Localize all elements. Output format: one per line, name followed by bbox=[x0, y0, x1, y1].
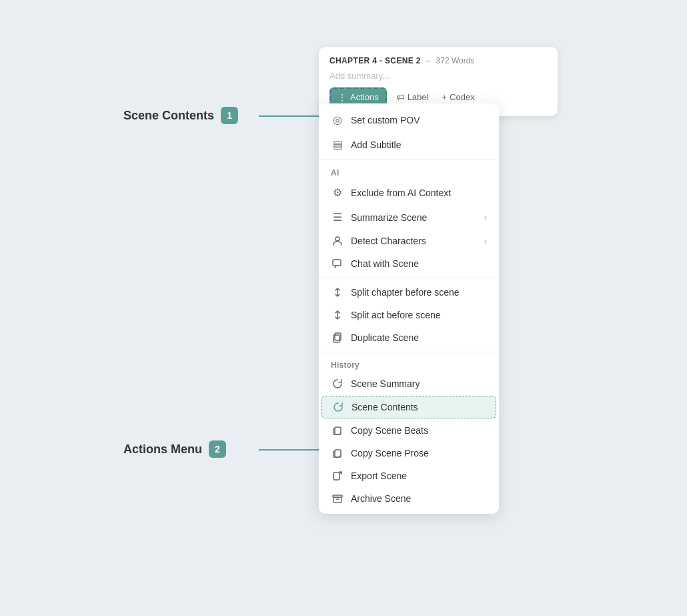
section-ai: AI bbox=[319, 163, 499, 180]
menu-label-split-chapter: Split chapter before scene bbox=[351, 287, 487, 298]
scene-card-title: CHAPTER 4 - SCENE 2 bbox=[329, 56, 421, 65]
svg-rect-1 bbox=[333, 260, 341, 266]
detect-icon bbox=[331, 236, 344, 246]
menu-item-scene-contents[interactable]: Scene Contents bbox=[321, 396, 496, 418]
callout-actions-menu: Actions Menu 2 bbox=[123, 440, 226, 458]
menu-label-duplicate: Duplicate Scene bbox=[351, 332, 487, 343]
menu-item-copy-prose[interactable]: Copy Scene Prose bbox=[319, 442, 499, 465]
label-icon: 🏷 bbox=[396, 92, 405, 102]
svg-point-0 bbox=[335, 237, 339, 241]
menu-item-export-scene[interactable]: Export Scene bbox=[319, 465, 499, 487]
menu-label-archive: Archive Scene bbox=[351, 493, 487, 504]
copy-prose-icon bbox=[331, 448, 344, 458]
callout-scene-contents: Scene Contents 1 bbox=[123, 107, 238, 124]
connector-line-2 bbox=[259, 449, 321, 450]
label-button[interactable]: 🏷 Label bbox=[392, 89, 433, 105]
duplicate-icon bbox=[331, 332, 344, 343]
menu-item-split-act[interactable]: Split act before scene bbox=[319, 304, 499, 326]
callout-badge-2: 2 bbox=[209, 440, 226, 458]
callout-scene-contents-label: Scene Contents bbox=[123, 109, 214, 123]
menu-label-copy-beats: Copy Scene Beats bbox=[351, 425, 487, 436]
ai-icon: ⚙ bbox=[331, 186, 344, 199]
codex-button[interactable]: + Codex bbox=[438, 89, 478, 105]
actions-dropdown-menu: Set custom POV Add Subtitle AI ⚙ Exclude… bbox=[319, 103, 499, 514]
arrow-icon-detect: › bbox=[484, 236, 487, 246]
actions-button-label: Actions bbox=[350, 92, 379, 102]
menu-label-split-act: Split act before scene bbox=[351, 310, 487, 320]
callout-badge-1: 1 bbox=[221, 107, 238, 124]
menu-item-summarize-scene[interactable]: ☰ Summarize Scene › bbox=[319, 205, 499, 230]
menu-item-duplicate-scene[interactable]: Duplicate Scene bbox=[319, 326, 499, 349]
split-chapter-icon bbox=[331, 287, 344, 298]
svg-rect-10 bbox=[333, 497, 341, 503]
menu-label-add-subtitle: Add Subtitle bbox=[351, 139, 487, 150]
scene-card-separator: – bbox=[426, 56, 431, 65]
menu-item-chat-with-scene[interactable]: Chat with Scene bbox=[319, 252, 499, 275]
menu-item-scene-summary[interactable]: Scene Summary bbox=[319, 372, 499, 395]
menu-label-summarize: Summarize Scene bbox=[351, 212, 478, 223]
divider-2 bbox=[319, 278, 499, 278]
divider-3 bbox=[319, 352, 499, 352]
svg-rect-8 bbox=[333, 473, 339, 480]
scene-card-summary: Add summary... bbox=[329, 71, 547, 81]
summarize-icon: ☰ bbox=[331, 211, 344, 224]
menu-label-exclude-ai: Exclude from AI Context bbox=[351, 188, 487, 198]
scene-card-word-count: 372 Words bbox=[436, 56, 475, 65]
scene-card-header: CHAPTER 4 - SCENE 2 – 372 Words bbox=[329, 56, 547, 65]
codex-button-text: Codex bbox=[450, 92, 475, 102]
menu-label-copy-prose: Copy Scene Prose bbox=[351, 448, 487, 458]
menu-item-add-subtitle[interactable]: Add Subtitle bbox=[319, 132, 499, 157]
split-act-icon bbox=[331, 310, 344, 320]
menu-item-archive-scene[interactable]: Archive Scene bbox=[319, 487, 499, 510]
subtitle-icon bbox=[331, 138, 344, 151]
codex-plus-icon: + bbox=[442, 92, 447, 102]
menu-item-detect-characters[interactable]: Detect Characters › bbox=[319, 230, 499, 252]
menu-label-scene-summary: Scene Summary bbox=[351, 378, 487, 389]
menu-label-scene-contents: Scene Contents bbox=[352, 402, 486, 412]
actions-dots-icon: ⋮ bbox=[337, 93, 347, 102]
menu-item-split-chapter[interactable]: Split chapter before scene bbox=[319, 281, 499, 304]
copy-beats-icon bbox=[331, 425, 344, 436]
menu-item-set-pov[interactable]: Set custom POV bbox=[319, 107, 499, 132]
menu-label-export: Export Scene bbox=[351, 471, 487, 481]
eye-icon bbox=[331, 113, 344, 126]
menu-item-copy-beats[interactable]: Copy Scene Beats bbox=[319, 419, 499, 442]
history-summary-icon bbox=[331, 378, 344, 389]
menu-label-set-pov: Set custom POV bbox=[351, 115, 487, 125]
label-button-text: Label bbox=[408, 92, 429, 102]
menu-label-detect: Detect Characters bbox=[351, 236, 478, 246]
callout-actions-menu-label: Actions Menu bbox=[123, 442, 202, 456]
menu-item-exclude-ai[interactable]: ⚙ Exclude from AI Context bbox=[319, 180, 499, 205]
arrow-icon-summarize: › bbox=[484, 212, 487, 222]
divider-1 bbox=[319, 160, 499, 160]
connector-line-1 bbox=[259, 115, 321, 117]
chat-icon bbox=[331, 258, 344, 269]
section-history: History bbox=[319, 355, 499, 372]
menu-label-chat: Chat with Scene bbox=[351, 258, 487, 269]
export-icon bbox=[331, 471, 344, 481]
archive-icon bbox=[331, 493, 344, 504]
history-contents-icon bbox=[331, 402, 345, 412]
